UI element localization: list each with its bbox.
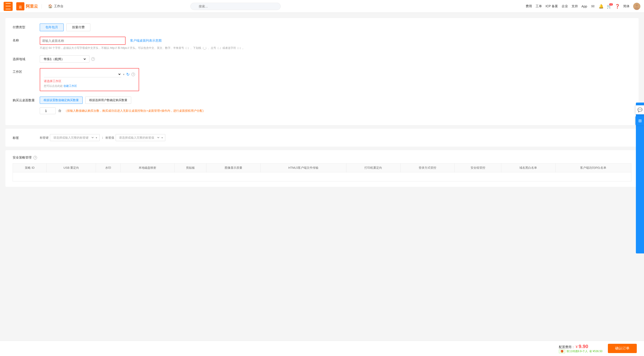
search-input[interactable] (190, 3, 281, 10)
tag-key-label: 标签键 (40, 136, 48, 140)
buy-by-count-button[interactable]: 根据设置数值确定购买数量 (40, 97, 83, 104)
hamburger-icon (4, 3, 12, 10)
count-unit: 台 (58, 109, 62, 113)
buy-count-row: 购买云桌面数量 根据设置数值确定购买数量 根据选择用户数确定购买数量 台 （按输… (13, 97, 631, 114)
workzone-hint-prefix: 您可以点击此处 (44, 84, 63, 88)
workbench-link[interactable]: 🏠 工作台 (46, 3, 66, 10)
tag-label: 标签 (13, 134, 40, 140)
col-ip-whitelist: 客户端访问IP白名单 (555, 163, 631, 172)
price-row: 配置费用： ¥ 9.90 (559, 343, 602, 349)
bell-icon[interactable]: 🔔 (599, 4, 603, 9)
discount-tag: 🎁 (559, 349, 565, 353)
svg-text:云: 云 (19, 5, 22, 9)
svg-point-3 (636, 4, 638, 7)
tag-value-label: 标签值 (106, 136, 114, 140)
grid-float-button[interactable]: ⊞ (636, 116, 644, 125)
workzone-label: 工作区 (13, 68, 40, 74)
col-usb: USB 重定向 (47, 163, 96, 172)
count-input[interactable] (40, 107, 56, 114)
tag-inputs-row: 标签键 请选择或输入完整的标签键 ▾ ： 标签值 请选择或输入完整的标签值 ▾ (40, 134, 631, 141)
security-table-empty-row (13, 172, 631, 182)
mail-icon[interactable]: ✉ (591, 4, 595, 9)
nav-enterprise-link[interactable]: 企业 (562, 4, 568, 8)
save-label: 省 ¥536.50 (589, 349, 602, 353)
logo[interactable]: 云 阿里云 (16, 2, 38, 11)
pay-type-group: 包年包月 按量付费 (40, 24, 631, 31)
workzone-help-icon[interactable]: ? (132, 73, 135, 76)
workbench-label: 工作台 (54, 4, 64, 8)
security-title: 安全策略管理 (13, 156, 32, 160)
security-section: 安全策略管理 ? 策略 ID USB 重定向 水印 本地磁盘映射 剪贴板 图像显… (6, 150, 638, 187)
cart-icon[interactable]: 🛒 2 (607, 4, 612, 9)
col-security-group: 安全组管控 (454, 163, 501, 172)
price-value: 9.90 (578, 343, 588, 349)
nav-right-actions: 费用 工单 ICP 备案 企业 支持 App ✉ 🔔 🛒 2 ❓ 简体 (526, 3, 640, 10)
col-watermark: 水印 (96, 163, 120, 172)
avatar-image (633, 3, 640, 10)
region-help-icon[interactable]: ? (91, 57, 95, 61)
buy-by-user-button[interactable]: 根据选择用户数确定购买数量 (85, 97, 131, 104)
tag-key-select-wrapper[interactable]: 请选择或输入完整的标签键 ▾ (50, 134, 100, 141)
cart-badge: 2 (609, 3, 613, 6)
workzone-chevron-icon: ▾ (123, 73, 124, 76)
workzone-refresh-icon[interactable]: ↻ (126, 72, 130, 77)
workzone-wrapper: ▾ ↻ ? 请选择工作区 您可以点击此处 创建工作区 (40, 68, 139, 91)
top-navigation: 云 阿里云 🏠 工作台 费用 工单 ICP 备案 企业 支持 App ✉ 🔔 🛒… (0, 0, 644, 13)
workzone-content: ▾ ↻ ? 请选择工作区 您可以点击此处 创建工作区 (40, 68, 631, 91)
name-content: 客户端桌面列表示意图 不超过 64 个字符，必须以大小写字母或中文开头，不能以 … (40, 37, 631, 50)
nav-ticket-link[interactable]: 工单 (536, 4, 542, 8)
tag-row: 标签 标签键 请选择或输入完整的标签键 ▾ ： 标签值 请选择或输入完整的标签值 (13, 134, 631, 141)
confirm-order-button[interactable]: 确认订单 (608, 344, 637, 353)
workzone-error-text: 请选择工作区 (44, 79, 135, 83)
workzone-create-link[interactable]: 创建工作区 (64, 84, 77, 88)
region-select-box[interactable]: 华东1（杭州） 华东2（上海） 华北2（北京） (40, 55, 90, 63)
nav-support-link[interactable]: 支持 (572, 4, 578, 8)
buy-type-group: 根据设置数值确定购买数量 根据选择用户数确定购买数量 (40, 97, 631, 104)
region-row: 选择地域 华东1（杭州） 华东2（上海） 华北2（北京） ? (13, 55, 631, 63)
nav-fee-link[interactable]: 费用 (526, 4, 532, 8)
grid-icon: ⊞ (638, 118, 642, 123)
bottom-bar: 配置费用： ¥ 9.90 🎁 双11特惠9.9-个人 省 ¥536.50 确认订… (0, 341, 644, 356)
count-hint: （按输入数值确认购买台数，购买成功后进入无影云桌面控制台>桌面管理>操作内，进行… (64, 109, 206, 113)
security-help-icon[interactable]: ? (34, 156, 37, 159)
tag-value-select[interactable]: 请选择或输入完整的标签值 (118, 136, 160, 139)
workzone-select[interactable] (44, 71, 121, 77)
main-form-section: 付费类型 包年包月 按量付费 名称 客户端桌面列表示意图 不超过 64 个字符，… (6, 18, 638, 125)
name-preview-link[interactable]: 客户端桌面列表示意图 (130, 39, 162, 43)
discount-row: 🎁 双11特惠9.9-个人 省 ¥536.50 (559, 349, 602, 353)
col-domain: 域名黑白名单 (501, 163, 556, 172)
nav-icp-link[interactable]: ICP 备案 (546, 4, 558, 8)
region-content: 华东1（杭州） 华东2（上海） 华北2（北京） ? (40, 55, 631, 63)
user-avatar[interactable] (633, 3, 640, 10)
buy-count-content: 根据设置数值确定购买数量 根据选择用户数确定购买数量 台 （按输入数值确认购买台… (40, 97, 631, 114)
search-bar (190, 3, 281, 10)
tag-content: 标签键 请选择或输入完整的标签键 ▾ ： 标签值 请选择或输入完整的标签值 ▾ (40, 134, 631, 141)
pay-usage-button[interactable]: 按量付费 (66, 24, 90, 31)
col-image-quality: 图像显示质量 (206, 163, 260, 172)
tag-value-select-wrapper[interactable]: 请选择或输入完整的标签值 ▾ (116, 134, 165, 141)
aliyun-logo-icon: 云 (16, 2, 24, 11)
col-clipboard: 剪贴板 (174, 163, 206, 172)
language-switch[interactable]: 简体 (623, 4, 630, 8)
name-input-row: 客户端桌面列表示意图 (40, 37, 631, 45)
col-policy-id: 策略 ID (13, 163, 47, 172)
nav-app-link[interactable]: App (582, 5, 587, 8)
help-icon[interactable]: ❓ (615, 4, 620, 9)
pay-annual-button[interactable]: 包年包月 (40, 24, 64, 31)
security-table-header: 策略 ID USB 重定向 水印 本地磁盘映射 剪贴板 图像显示质量 HTML5… (13, 163, 631, 172)
region-select[interactable]: 华东1（杭州） 华东2（上海） 华北2（北京） (43, 57, 86, 61)
buy-count-input-row: 台 （按输入数值确认购买台数，购买成功后进入无影云桌面控制台>桌面管理>操作内，… (40, 107, 631, 114)
hamburger-menu-button[interactable] (4, 2, 13, 11)
col-disk: 本地磁盘映射 (120, 163, 174, 172)
pay-type-label: 付费类型 (13, 24, 40, 29)
price-currency: ¥ (576, 345, 578, 349)
home-icon: 🏠 (48, 4, 52, 8)
security-title-row: 安全策略管理 ? (13, 156, 631, 160)
discount-text: 双11特惠9.9-个人 (566, 349, 588, 353)
chat-float-button[interactable]: 💬 (636, 105, 644, 114)
name-label: 名称 (13, 37, 40, 43)
chat-icon: 💬 (638, 107, 642, 112)
tag-key-select[interactable]: 请选择或输入完整的标签键 (52, 136, 94, 139)
workzone-hint: 您可以点击此处 创建工作区 (44, 84, 135, 88)
name-input[interactable] (42, 38, 123, 43)
